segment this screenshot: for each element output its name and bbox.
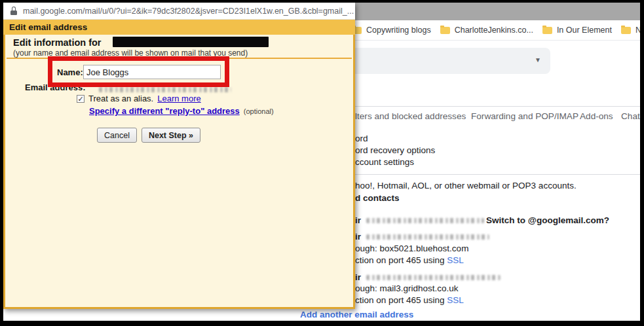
screenshot-stage: Copywriting blogs CharlotteJenkins.co...…: [0, 0, 644, 326]
bookmark-folder-icon[interactable]: [440, 27, 450, 34]
alias-checkbox[interactable]: ✓: [77, 95, 85, 103]
alias-label: Treat as an alias.: [88, 94, 153, 103]
alias-row: ✓ Treat as an alias. Learn more: [77, 94, 201, 103]
bookmark-item[interactable]: Nominet: [635, 26, 640, 35]
import-description: hoo!, Hotmail, AOL, or other webmail or …: [355, 181, 577, 190]
browser-frame-band: [355, 3, 640, 20]
reply-to-link[interactable]: Specify a different "reply-to" address: [89, 106, 240, 116]
popup-url-bar: mail.google.com/mail/u/0/?ui=2&ik=79dc3f…: [3, 3, 355, 20]
smtp-port-text: ction on port 465 using SSL: [355, 255, 464, 265]
import-contacts-link[interactable]: d contacts: [355, 193, 400, 203]
redacted-email-blur: [366, 218, 484, 223]
smtp-server-text: ough: mail3.gridhost.co.uk: [355, 283, 459, 293]
redacted-email-blur: [366, 275, 501, 280]
dialog-title: Edit email address: [3, 20, 355, 35]
ssl-link[interactable]: SSL: [447, 295, 464, 305]
optional-note: (optional): [244, 107, 274, 115]
send-as-name-fragment: ir: [355, 272, 361, 282]
cancel-button[interactable]: Cancel: [97, 128, 137, 143]
bookmark-folder-icon[interactable]: [621, 27, 631, 34]
divider: [355, 106, 640, 107]
next-step-button[interactable]: Next Step »: [142, 128, 200, 143]
bookmarks-bar: Copywriting blogs CharlotteJenkins.co...…: [355, 20, 640, 41]
redacted-email-blur: [366, 234, 489, 240]
bookmark-item[interactable]: In Our Element: [557, 26, 612, 35]
settings-tab-filters[interactable]: lters and blocked addresses: [355, 111, 466, 121]
send-as-name-fragment: ir: [355, 232, 361, 242]
port-fragment: ction on port 465 using: [355, 295, 447, 305]
annotation-red-box: [48, 56, 229, 87]
gmail-search-bar[interactable]: ▼: [355, 48, 550, 74]
gmail-settings-window: Copywriting blogs CharlotteJenkins.co...…: [355, 3, 640, 321]
settings-tab-chat[interactable]: Chat: [621, 111, 640, 121]
divider: [355, 174, 640, 175]
port-fragment: ction on port 465 using: [355, 255, 447, 265]
lock-icon: [10, 7, 17, 15]
settings-tab-forwarding[interactable]: Forwarding and POP/IMAP: [471, 111, 578, 121]
bookmark-folder-icon[interactable]: [542, 27, 552, 34]
switch-googlemail-link[interactable]: Switch to @googlemail.com?: [486, 215, 609, 225]
dialog-heading: Edit information for: [13, 37, 102, 48]
redacted-email-blur: [99, 87, 231, 92]
bookmark-folder-icon[interactable]: [355, 27, 362, 34]
settings-tab-addons[interactable]: Add-ons: [580, 111, 613, 121]
popup-url-text: mail.google.com/mail/u/0/?ui=2&ik=79dc3f…: [23, 7, 354, 16]
ssl-link[interactable]: SSL: [447, 255, 464, 265]
learn-more-link[interactable]: Learn more: [157, 94, 200, 103]
edit-email-popup-window: mail.google.com/mail/u/0/?ui=2&ik=79dc3f…: [3, 3, 355, 309]
smtp-server-text: ough: box5021.bluehost.com: [355, 244, 468, 253]
reply-to-row: Specify a different "reply-to" address (…: [89, 106, 274, 116]
send-as-name-fragment: ir: [355, 215, 361, 225]
account-settings-link[interactable]: ccount settings: [355, 157, 414, 167]
search-options-caret-icon[interactable]: ▼: [535, 56, 541, 63]
change-password-link[interactable]: ord: [355, 134, 368, 143]
password-recovery-link[interactable]: ord recovery options: [355, 145, 435, 155]
add-another-email-link[interactable]: Add another email address: [300, 310, 413, 319]
redaction-bar: [113, 37, 269, 47]
bookmark-item[interactable]: CharlotteJenkins.co...: [455, 26, 533, 35]
dialog-buttons: Cancel Next Step »: [97, 128, 200, 143]
bookmark-item[interactable]: Copywriting blogs: [366, 26, 431, 35]
smtp-port-text: ction on port 465 using SSL: [355, 295, 464, 305]
